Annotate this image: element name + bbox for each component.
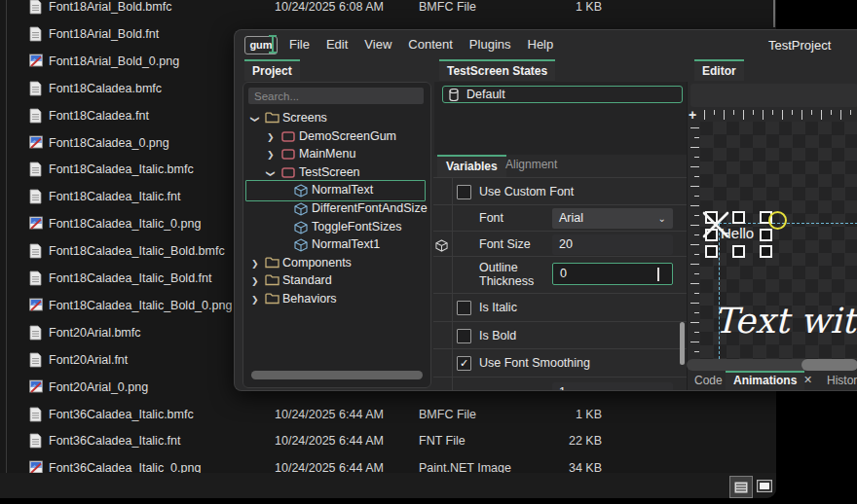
editor-scrollbar-thumb[interactable] — [801, 359, 857, 371]
menu-file[interactable]: File — [289, 37, 310, 52]
chevron-right-icon[interactable]: ❯ — [267, 129, 275, 146]
editor-horizontal-scrollbar[interactable] — [687, 359, 857, 371]
file-name: Font18Caladea_0.png — [49, 135, 169, 151]
state-item-default[interactable]: Default — [442, 86, 683, 103]
checkbox-is-italic[interactable] — [457, 301, 471, 315]
resize-handle[interactable] — [732, 245, 745, 258]
gutter-divider — [452, 257, 453, 293]
project-name-label: TestProject — [768, 38, 831, 53]
image-file-icon — [29, 54, 43, 69]
variables-scrollbar[interactable] — [680, 322, 685, 365]
screen-icon — [281, 148, 295, 164]
state-cylinder-icon — [449, 89, 459, 106]
rotation-handle-icon[interactable] — [768, 211, 787, 230]
tree-item-label: NormalText1 — [312, 236, 380, 253]
file-size: 1 KB — [514, 407, 602, 422]
file-name: Font20Arial_0.png — [49, 379, 148, 395]
variable-row-is-bold: Is Bold — [433, 321, 687, 348]
image-file-icon — [29, 298, 43, 313]
variable-row-partial: 1 — [433, 377, 687, 391]
file-type: BMFC File — [419, 0, 526, 15]
tree-item-mainmenu[interactable]: ❯MainMenu — [243, 146, 430, 163]
file-row[interactable]: Font18Arial_Bold.bmfc10/24/2025 6:08 AMB… — [0, 0, 776, 17]
tree-item-togglefontsizes[interactable]: ToggleFontSizes — [243, 219, 430, 236]
menu-view[interactable]: View — [364, 37, 391, 52]
explorer-scrollbar[interactable] — [773, 0, 775, 27]
chevron-right-icon[interactable]: ❯ — [251, 292, 259, 308]
tree-item-behaviors[interactable]: ❯Behaviors — [243, 291, 430, 308]
chevron-right-icon[interactable]: ❯ — [251, 273, 259, 290]
tree-item-testscreen[interactable]: ❯TestScreen — [243, 164, 430, 182]
file-type: BMFC File — [419, 407, 526, 422]
tab-editor[interactable]: Editor — [694, 59, 744, 81]
resize-handle[interactable] — [705, 245, 718, 258]
tree-item-standard[interactable]: ❯Standard — [243, 272, 430, 290]
field-label: Outline Thickness — [479, 261, 547, 288]
field-label: Is Bold — [479, 329, 516, 343]
search-input[interactable] — [248, 88, 424, 104]
text-cursor-icon — [657, 268, 659, 281]
outline-thickness-input[interactable]: 0 — [552, 263, 673, 285]
canvas-text-object-large[interactable]: Text with — [714, 301, 857, 341]
tree-item-normaltext[interactable]: NormalText — [243, 182, 430, 199]
font-dropdown[interactable]: Arial⌄ — [552, 208, 673, 229]
menu-items: File Edit View Content Plugins Help — [289, 37, 553, 52]
tab-history[interactable]: History — [827, 374, 857, 387]
gutter-divider — [452, 378, 453, 391]
doc-file-icon — [29, 189, 43, 204]
file-row[interactable]: Font36Caladea_Italic.fnt10/24/2025 6:44 … — [0, 433, 776, 450]
partial-input[interactable]: 1 — [552, 382, 673, 391]
tree-item-label: Behaviors — [282, 291, 337, 307]
checkbox-use-font-smoothing[interactable]: ✓ — [457, 356, 471, 371]
tab-variables[interactable]: Variables — [437, 155, 506, 177]
menu-help[interactable]: Help — [528, 37, 554, 52]
font-size-input[interactable]: 20 — [552, 234, 673, 255]
close-icon[interactable]: ✕ — [803, 374, 812, 386]
file-name: Font18Caladea.bmfc — [49, 81, 162, 96]
chevron-down-icon[interactable]: ❯ — [262, 170, 279, 178]
resize-handle[interactable] — [760, 229, 772, 241]
checkbox-use-custom-font[interactable] — [457, 185, 471, 199]
tree-item-demoscreengum[interactable]: ❯DemoScreenGum — [243, 128, 430, 146]
menu-bar: gum File Edit View Content Plugins Help … — [235, 30, 857, 59]
file-name: Font18Caladea_Italic.fnt — [49, 189, 181, 204]
file-row[interactable]: Font36Caladea_Italic.bmfc10/24/2025 6:44… — [0, 407, 776, 424]
checkbox-is-bold[interactable] — [457, 329, 471, 343]
file-date: 10/24/2025 6:44 AM — [275, 433, 391, 449]
tree-item-label: DifferentFontAndSize — [312, 200, 428, 217]
menu-edit[interactable]: Edit — [326, 37, 348, 52]
gutter-divider — [452, 178, 453, 204]
resize-handle[interactable] — [732, 211, 745, 224]
tab-code[interactable]: Code — [694, 374, 723, 387]
tree-item-screens[interactable]: ❯Screens — [243, 110, 430, 127]
chevron-down-icon[interactable]: ❯ — [246, 116, 263, 124]
resize-handle[interactable] — [760, 245, 772, 258]
folder-icon — [265, 274, 279, 291]
details-view-icon[interactable] — [729, 476, 753, 498]
file-name: Font36Caladea_Italic.bmfc — [49, 407, 194, 422]
variable-row-use-font-smoothing: ✓Use Font Smoothing — [433, 348, 687, 377]
chevron-right-icon[interactable]: ❯ — [251, 256, 259, 272]
file-name: Font18Caladea_Italic_Bold_0.png — [49, 298, 232, 313]
doc-file-icon — [29, 81, 43, 96]
doc-file-icon — [29, 243, 43, 259]
file-size: 22 KB — [514, 433, 602, 449]
tab-animations[interactable]: Animations — [726, 371, 804, 390]
field-label: Font Size — [479, 237, 531, 252]
menu-plugins[interactable]: Plugins — [469, 37, 511, 52]
tab-project[interactable]: Project — [244, 59, 300, 81]
thumbnail-view-icon[interactable] — [754, 476, 775, 496]
tree-item-differentfontandsize[interactable]: DifferentFontAndSize — [243, 200, 430, 218]
project-horizontal-scrollbar[interactable] — [251, 371, 423, 379]
field-label: Font — [479, 211, 503, 226]
tree-item-label: Components — [282, 255, 352, 271]
tab-alignment[interactable]: Alignment — [505, 158, 557, 171]
tree-item-label: MainMenu — [299, 146, 355, 162]
tree-item-normaltext1[interactable]: NormalText1 — [243, 236, 430, 254]
tab-states[interactable]: TestScreen States — [439, 59, 555, 81]
gum-tool-window: gum File Edit View Content Plugins Help … — [234, 29, 857, 391]
chevron-right-icon[interactable]: ❯ — [267, 147, 275, 163]
tree-item-components[interactable]: ❯Components — [243, 255, 430, 272]
menu-content[interactable]: Content — [408, 37, 453, 52]
panel-divider — [687, 82, 688, 390]
